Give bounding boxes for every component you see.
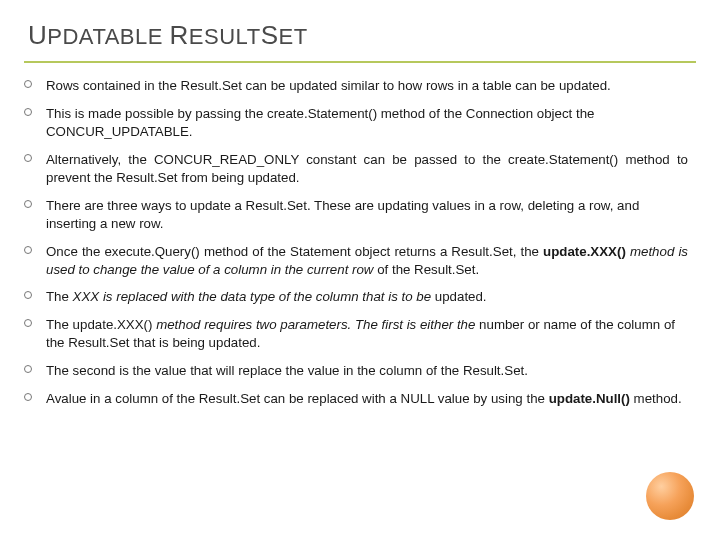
- bullet-text-c: method.: [630, 391, 682, 406]
- bullet-text-d: of the Result.Set.: [377, 262, 479, 277]
- bullet-text: The second is the value that will replac…: [46, 363, 528, 378]
- list-item: The XXX is replaced with the data type o…: [24, 288, 688, 306]
- bullet-text: Rows contained in the Result.Set can be …: [46, 78, 611, 93]
- slide: UPDATABLE RESULTSET Rows contained in th…: [0, 0, 720, 540]
- bullet-text-bold: update.Null(): [549, 391, 630, 406]
- decorative-sphere-icon: [646, 472, 694, 520]
- bullet-text-a: Once the execute.Query() method of the S…: [46, 244, 543, 259]
- bullet-text-italic: XXX is replaced with the data type of th…: [73, 289, 435, 304]
- bullet-text: Alternatively, the CONCUR_READ_ONLY cons…: [46, 152, 688, 185]
- title-word-3: ET: [278, 24, 307, 49]
- list-item: The update.XXX() method requires two par…: [24, 316, 688, 352]
- list-item: Rows contained in the Result.Set can be …: [24, 77, 688, 95]
- title-letter-3: S: [261, 20, 279, 50]
- bullet-text: This is made possible by passing the cre…: [46, 106, 594, 139]
- bullet-text-a: The: [46, 289, 73, 304]
- list-item: The second is the value that will replac…: [24, 362, 688, 380]
- list-item: Alternatively, the CONCUR_READ_ONLY cons…: [24, 151, 688, 187]
- title-letter-2: R: [170, 20, 189, 50]
- title-word-1: PDATABLE: [47, 24, 169, 49]
- list-item: Avalue in a column of the Result.Set can…: [24, 390, 688, 408]
- list-item: There are three ways to update a Result.…: [24, 197, 688, 233]
- title-word-2: ESULT: [189, 24, 261, 49]
- bullet-text-bold: update.XXX(): [543, 244, 626, 259]
- list-item: Once the execute.Query() method of the S…: [24, 243, 688, 279]
- bullet-text-c: updated.: [435, 289, 487, 304]
- bullet-text-a: Avalue in a column of the Result.Set can…: [46, 391, 549, 406]
- list-item: This is made possible by passing the cre…: [24, 105, 688, 141]
- slide-title: UPDATABLE RESULTSET: [24, 18, 696, 63]
- bullet-text-italic: method requires two parameters. The firs…: [156, 317, 479, 332]
- bullet-text-a: The update.XXX(): [46, 317, 156, 332]
- bullet-list: Rows contained in the Result.Set can be …: [24, 77, 696, 408]
- bullet-text: There are three ways to update a Result.…: [46, 198, 639, 231]
- title-letter-1: U: [28, 20, 47, 50]
